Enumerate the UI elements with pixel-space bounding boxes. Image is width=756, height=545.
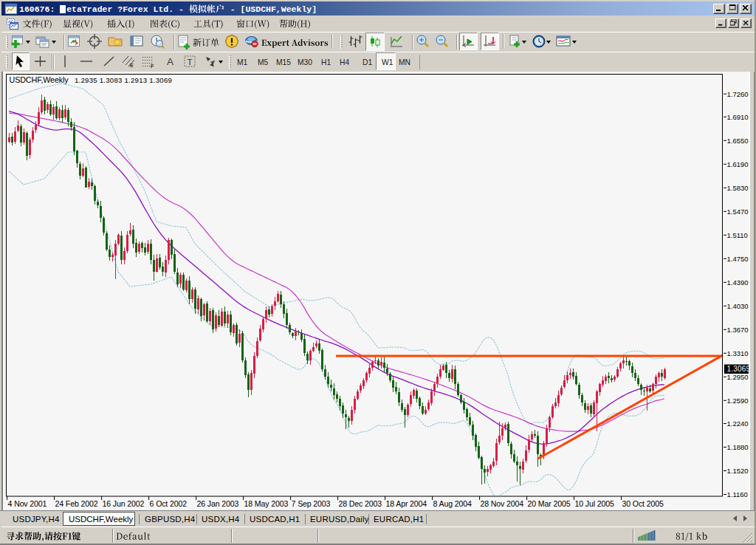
- svg-text:28 Dec 2003: 28 Dec 2003: [339, 499, 382, 508]
- svg-text:1.3069: 1.3069: [727, 365, 751, 373]
- svg-text:24 Feb 2002: 24 Feb 2002: [55, 499, 98, 508]
- svg-text:1.5110: 1.5110: [727, 231, 748, 239]
- svg-text:18 Apr 2004: 18 Apr 2004: [386, 499, 427, 508]
- svg-text:1.6910: 1.6910: [727, 113, 749, 121]
- svg-text:1.7260: 1.7260: [727, 90, 749, 98]
- svg-text:E: E: [130, 63, 134, 68]
- svg-text:F: F: [151, 64, 154, 69]
- svg-text:1.2935 1.3083 1.2913 1.3069: 1.2935 1.3083 1.2913 1.3069: [75, 76, 172, 84]
- svg-text:1.1160: 1.1160: [727, 490, 748, 498]
- svg-text:6 Oct 2002: 6 Oct 2002: [150, 499, 188, 508]
- svg-text:1.2590: 1.2590: [727, 397, 749, 405]
- svg-text:1.6190: 1.6190: [727, 160, 749, 168]
- svg-text:26 Jan 2003: 26 Jan 2003: [197, 499, 239, 508]
- svg-text:30 Oct 2005: 30 Oct 2005: [622, 499, 664, 508]
- svg-text:1.2240: 1.2240: [727, 419, 749, 428]
- svg-text:1.1520: 1.1520: [727, 467, 749, 475]
- svg-text:A: A: [167, 56, 173, 67]
- svg-text:1.5470: 1.5470: [727, 208, 749, 216]
- svg-text:1.4030: 1.4030: [727, 302, 749, 310]
- svg-text:20 Mar 2005: 20 Mar 2005: [528, 499, 571, 508]
- svg-text:1.5830: 1.5830: [727, 184, 749, 192]
- svg-text:1.2950: 1.2950: [727, 373, 749, 381]
- svg-text:10 Jul 2005: 10 Jul 2005: [575, 499, 614, 508]
- svg-text:18 May 2003: 18 May 2003: [244, 499, 289, 508]
- svg-text:1.4750: 1.4750: [727, 255, 749, 263]
- svg-text:USDCHF,Weekly: USDCHF,Weekly: [10, 75, 69, 84]
- svg-text:4 Nov 2001: 4 Nov 2001: [8, 499, 47, 508]
- svg-text:1.4390: 1.4390: [727, 278, 749, 287]
- svg-text:1.3670: 1.3670: [727, 326, 749, 334]
- svg-text:16 Jun 2002: 16 Jun 2002: [103, 499, 145, 508]
- svg-text:T: T: [188, 58, 193, 66]
- svg-text:8 Aug 2004: 8 Aug 2004: [433, 499, 472, 508]
- svg-text:1.3310: 1.3310: [727, 349, 749, 357]
- svg-text:28 Nov 2004: 28 Nov 2004: [481, 499, 524, 508]
- svg-text:1.6550: 1.6550: [727, 137, 749, 145]
- svg-text:1.1880: 1.1880: [727, 443, 749, 451]
- svg-text:7 Sep 2003: 7 Sep 2003: [292, 499, 331, 508]
